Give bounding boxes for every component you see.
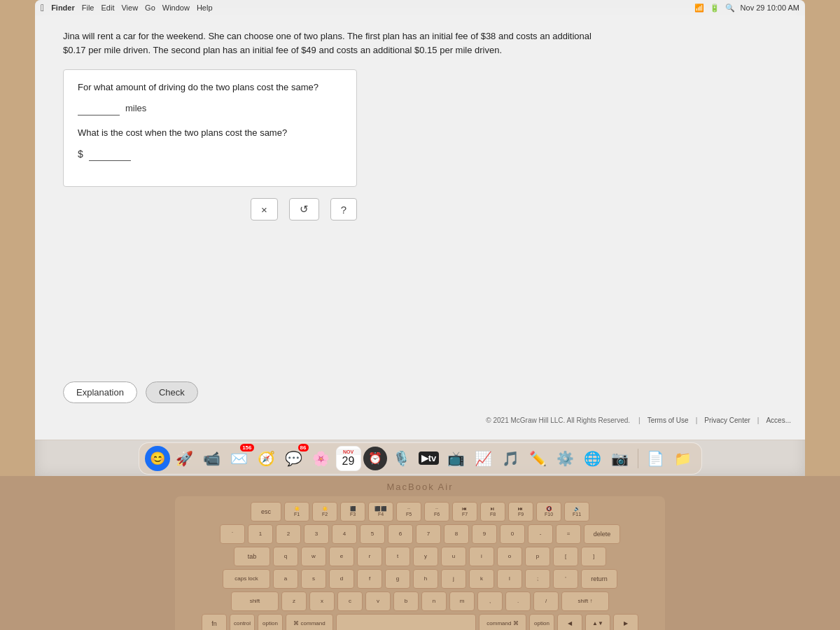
key-f4[interactable]: ⬛⬛F4 (368, 502, 393, 522)
key-o[interactable]: o (497, 547, 522, 566)
menu-go[interactable]: Go (145, 4, 155, 12)
key-tab[interactable]: tab (234, 547, 270, 566)
key-m[interactable]: m (449, 592, 475, 611)
key-equals[interactable]: = (556, 524, 581, 544)
key-f9[interactable]: ⏭F9 (508, 502, 533, 522)
menu-finder[interactable]: Finder (51, 4, 75, 12)
dock-netflix[interactable]: 📺 (444, 446, 469, 471)
dock-files2[interactable]: 📁 (671, 446, 696, 471)
key-period[interactable]: . (505, 592, 531, 611)
key-f[interactable]: f (357, 569, 382, 589)
help-button[interactable]: ? (330, 198, 357, 220)
key-f3[interactable]: ⬛F3 (340, 502, 365, 522)
key-k[interactable]: k (469, 569, 494, 589)
key-n[interactable]: n (421, 592, 447, 611)
key-w[interactable]: w (301, 547, 326, 566)
key-esc[interactable]: esc (251, 502, 281, 522)
accessibility-link[interactable]: Acces... (766, 416, 791, 424)
key-rbracket[interactable]: ] (581, 547, 606, 566)
key-opt[interactable]: option (258, 614, 283, 630)
key-f2[interactable]: ☀️F2 (312, 502, 337, 522)
undo-button[interactable]: ↺ (289, 198, 319, 220)
key-5[interactable]: 5 (360, 524, 385, 544)
explanation-button[interactable]: Explanation (63, 382, 137, 403)
key-left[interactable]: ◀ (557, 614, 582, 630)
key-x[interactable]: x (309, 592, 335, 611)
menu-window[interactable]: Window (162, 4, 190, 12)
key-a[interactable]: a (273, 569, 298, 589)
dock-mail[interactable]: ✉️ 156 (227, 446, 252, 471)
terms-link[interactable]: Terms of Use (648, 416, 689, 424)
key-4[interactable]: 4 (332, 524, 357, 544)
key-fn[interactable]: fn (202, 614, 227, 630)
key-z[interactable]: z (281, 592, 307, 611)
key-2[interactable]: 2 (276, 524, 301, 544)
key-0[interactable]: 0 (500, 524, 525, 544)
key-f11[interactable]: 🔊F11 (564, 502, 589, 522)
key-r[interactable]: r (357, 547, 382, 566)
key-minus[interactable]: - (528, 524, 553, 544)
key-h[interactable]: h (413, 569, 438, 589)
dock-calendar[interactable]: NOV 29 (336, 446, 361, 471)
dock-settings[interactable]: ⚙️ (553, 446, 578, 471)
key-shift-right[interactable]: shift ↑ (561, 592, 609, 611)
key-f8[interactable]: ⏯F8 (480, 502, 505, 522)
key-backtick[interactable]: ` (220, 524, 245, 544)
dock-appletv[interactable]: ▶tv (416, 446, 442, 471)
key-1[interactable]: 1 (248, 524, 273, 544)
key-j[interactable]: j (441, 569, 466, 589)
apple-menu[interactable]:  (41, 2, 44, 13)
dock-launchpad[interactable]: 🚀 (172, 446, 197, 471)
dock-facetime[interactable]: 📹 (200, 446, 225, 471)
check-button[interactable]: Check (146, 382, 198, 403)
key-quote[interactable]: ' (553, 569, 578, 589)
key-cmd-right[interactable]: command ⌘ (479, 614, 526, 630)
dock-pencil[interactable]: ✏️ (526, 446, 551, 471)
dock-clock[interactable]: ⏰ (363, 447, 387, 470)
dock-photos[interactable]: 🌸 (309, 446, 334, 471)
menu-search[interactable]: 🔍 (725, 4, 735, 13)
key-y[interactable]: y (413, 547, 438, 566)
key-comma[interactable]: , (477, 592, 503, 611)
dock-files1[interactable]: 📄 (643, 446, 668, 471)
key-f10[interactable]: 🔇F10 (536, 502, 561, 522)
key-v[interactable]: v (365, 592, 391, 611)
key-c[interactable]: c (337, 592, 363, 611)
key-3[interactable]: 3 (304, 524, 329, 544)
key-return[interactable]: return (581, 569, 617, 589)
key-f5[interactable]: ··F5 (396, 502, 421, 522)
dock-camera[interactable]: 📷 (608, 446, 633, 471)
key-9[interactable]: 9 (472, 524, 497, 544)
key-p[interactable]: p (525, 547, 550, 566)
key-updown[interactable]: ▲▼ (585, 614, 610, 630)
key-6[interactable]: 6 (388, 524, 413, 544)
key-l[interactable]: l (497, 569, 522, 589)
key-u[interactable]: u (441, 547, 466, 566)
key-t[interactable]: t (385, 547, 410, 566)
key-f6[interactable]: ··F6 (424, 502, 449, 522)
key-d[interactable]: d (329, 569, 354, 589)
key-q[interactable]: q (273, 547, 298, 566)
key-lbracket[interactable]: [ (553, 547, 578, 566)
key-semicolon[interactable]: ; (525, 569, 550, 589)
miles-input[interactable] (78, 101, 120, 115)
privacy-link[interactable]: Privacy Center (704, 416, 750, 424)
key-slash[interactable]: / (533, 592, 559, 611)
key-f1[interactable]: ☀️F1 (284, 502, 309, 522)
key-f7[interactable]: ⏮F7 (452, 502, 477, 522)
key-delete[interactable]: delete (584, 524, 620, 544)
menu-help[interactable]: Help (197, 4, 213, 12)
key-s[interactable]: s (301, 569, 326, 589)
key-g[interactable]: g (385, 569, 410, 589)
key-shift-left[interactable]: shift (231, 592, 279, 611)
key-b[interactable]: b (393, 592, 419, 611)
key-ctrl[interactable]: control (230, 614, 255, 630)
dock-finder[interactable]: 😊 (145, 446, 170, 471)
key-opt-right[interactable]: option (529, 614, 554, 630)
key-caps[interactable]: caps lock (223, 569, 270, 589)
dock-podcasts[interactable]: 🎙️ (389, 446, 414, 471)
cost-input[interactable] (89, 146, 131, 161)
clear-button[interactable]: × (251, 198, 278, 220)
key-e[interactable]: e (329, 547, 354, 566)
key-right[interactable]: ▶ (613, 614, 638, 630)
